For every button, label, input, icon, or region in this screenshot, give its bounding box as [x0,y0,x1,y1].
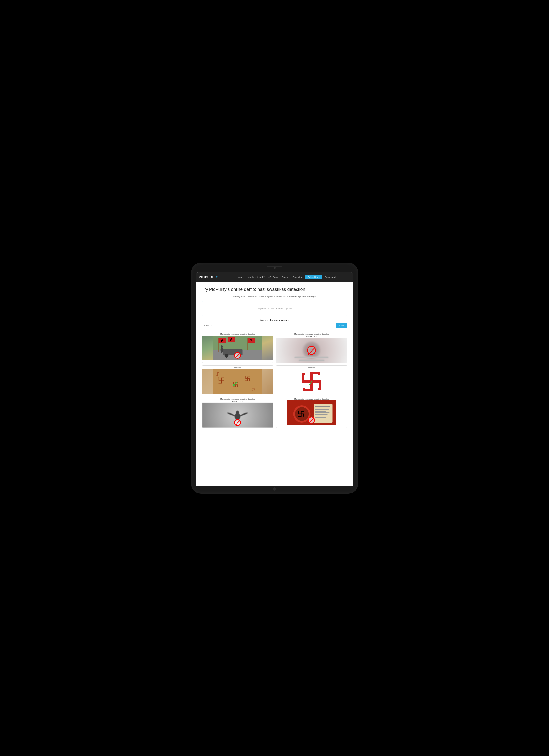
card-4-reject-icon [234,419,241,426]
svg-text:卐: 卐 [220,339,223,342]
tablet-home-button[interactable] [273,487,276,491]
image-grid: Main reject criteria: nazis_swastika_det… [202,332,347,428]
svg-rect-48 [315,416,330,416]
svg-point-31 [318,373,320,375]
svg-rect-41 [314,404,332,423]
svg-rect-46 [315,412,329,413]
svg-text:卐: 卐 [245,376,250,381]
svg-rect-43 [315,408,327,408]
main-content: Try PicPurify's online demo: nazi swasti… [196,282,353,486]
card-5-image: 卐 [276,400,347,425]
svg-rect-49 [315,417,326,418]
card-1-image [276,338,347,363]
nav-links: Home How does it work? API Docs Pricing … [222,275,350,279]
svg-text:卐: 卐 [230,338,232,341]
svg-point-36 [236,411,239,414]
card-0-reject-icon [234,352,241,359]
card-2-label: Accepted [202,366,273,369]
tablet-device: PICPURIFY Home How does it work? API Doc… [191,263,358,494]
nav-api[interactable]: API Docs [267,275,279,279]
svg-rect-44 [315,409,329,410]
svg-rect-42 [315,406,330,407]
svg-point-3 [224,354,228,358]
svg-rect-45 [315,411,326,412]
svg-text:✓: ✓ [307,379,313,387]
nav-home[interactable]: Home [235,275,244,279]
nav-how[interactable]: How does it work? [245,275,266,279]
nav-contact[interactable]: Contact us [291,275,304,279]
navbar: PICPURIFY Home How does it work? API Doc… [196,272,353,282]
card-4-label: Main reject criteria: nazis_swastika_det… [202,397,273,400]
image-card-4: Main reject criteria: nazis_swastika_det… [202,397,273,428]
nav-dashboard[interactable]: Dashboard [323,275,337,279]
card-0-image: 卐 卐 卐 [202,336,273,360]
tablet-screen: PICPURIFY Home How does it work? API Doc… [196,272,353,486]
page-subtitle: The algorithm detects and filters images… [202,295,347,298]
card-5-reject-icon [308,417,315,424]
svg-rect-7 [247,338,248,350]
card-0-label: Main reject criteria: nazis_swastika_det… [202,332,273,336]
card-1-label: Main reject criteria: nazis_swastika_det… [276,332,347,336]
url-input[interactable] [202,323,334,328]
upload-zone-text: Drop images here or click to upload. [257,307,292,310]
page-title: Try PicPurify's online demo: nazi swasti… [202,287,347,292]
nav-online-demo[interactable]: Online Demo [305,275,322,279]
svg-text:卐: 卐 [218,377,225,384]
image-card-5: Main reject criteria: nazis_swastika_det… [276,397,347,428]
card-1-sublabel: Confidence: 1 [276,336,347,338]
svg-text:卐: 卐 [251,387,255,391]
card-2-image: 卐 卐 卐 卐 卐 ✓ [202,369,273,394]
svg-point-14 [220,347,223,353]
svg-point-15 [221,345,223,347]
image-card-2: Accepted 卐 卐 卐 卐 [202,365,273,394]
svg-text:卐: 卐 [250,339,252,341]
card-5-label: Main reject criteria: nazis_swastika_det… [276,397,347,400]
card-4-sublabel: Confidence: 1 [202,400,273,403]
url-section: You can also use image url: Start [202,319,347,328]
svg-point-30 [303,373,305,375]
start-button[interactable]: Start [336,323,347,328]
brand-highlight: Y [216,275,218,279]
svg-text:卐: 卐 [298,410,304,418]
card-3-image: ✓ [276,369,347,394]
nav-pricing[interactable]: Pricing [280,275,290,279]
svg-rect-6 [228,337,228,349]
image-card-0: Main reject criteria: nazis_swastika_det… [202,332,273,363]
url-row: Start [202,323,347,328]
svg-rect-47 [315,414,327,415]
card-4-image [202,403,273,428]
url-label: You can also use image url: [202,319,347,321]
image-card-3: Accepted [276,365,347,394]
tablet-camera [274,267,276,269]
svg-point-33 [318,388,320,390]
svg-rect-5 [218,338,218,352]
image-card-1: Main reject criteria: nazis_swastika_det… [276,332,347,363]
upload-zone[interactable]: Drop images here or click to upload. [202,301,347,316]
svg-point-32 [303,388,305,390]
brand-logo: PICPURIFY [199,275,218,279]
card-3-label: Accepted [276,366,347,369]
svg-text:卐: 卐 [215,372,219,376]
svg-text:✓: ✓ [231,379,239,389]
